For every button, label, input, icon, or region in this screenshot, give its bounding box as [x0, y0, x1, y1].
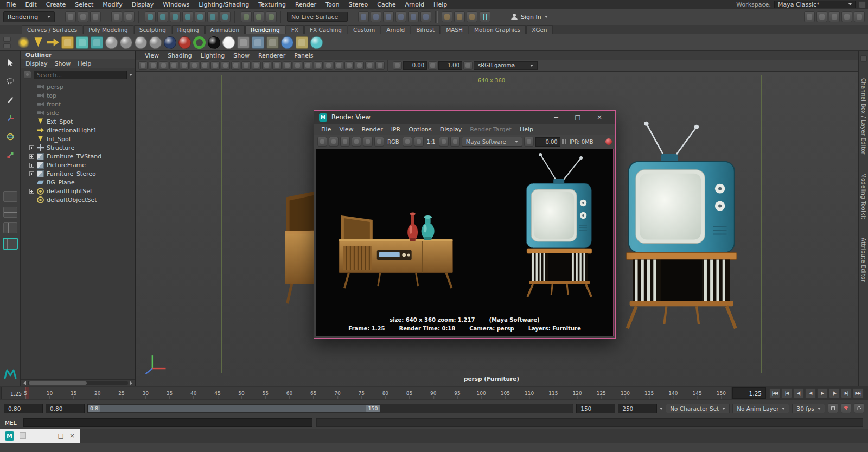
gamma-icon[interactable]	[428, 61, 437, 70]
minimize-button[interactable]: −	[545, 113, 567, 121]
shelf-tab[interactable]: Poly Modeling	[83, 25, 133, 34]
playback-range[interactable]: 0.8 150	[88, 405, 380, 412]
timeline-tick[interactable]: 25	[118, 387, 124, 399]
colorspace-select[interactable]: sRGB gamma	[474, 61, 538, 70]
menu-item[interactable]: Cache	[373, 0, 399, 9]
sidebar-options-icon[interactable]	[860, 55, 867, 62]
expand-toggle-icon[interactable]	[29, 171, 34, 176]
open-scene-icon[interactable]	[78, 11, 88, 22]
modeling-toolkit-toggle-icon[interactable]	[804, 11, 815, 22]
shelf-tab-cycle-icon[interactable]	[3, 37, 11, 42]
new-scene-icon[interactable]	[65, 11, 76, 22]
panel-menu-item[interactable]: Lighting	[197, 52, 228, 59]
field-chart-icon[interactable]	[252, 61, 261, 70]
object-details-icon[interactable]	[266, 11, 277, 22]
point-light-icon[interactable]	[17, 36, 30, 49]
outliner-menu-item[interactable]: Display	[25, 60, 48, 67]
playback-end-field[interactable]: 150	[576, 404, 615, 413]
expand-toggle-icon[interactable]	[29, 154, 34, 159]
ipr-render-icon[interactable]	[352, 137, 361, 147]
camera-attributes-icon[interactable]	[159, 61, 168, 70]
light-linking-icon[interactable]	[296, 36, 308, 49]
shelf-menu-icon[interactable]	[3, 43, 11, 48]
menu-item[interactable]: Display	[128, 0, 158, 9]
timeline-tick[interactable]: 140	[668, 387, 678, 399]
shelf-tab[interactable]: FX Caching	[304, 25, 347, 34]
renderer-select[interactable]: Maya Software	[462, 137, 522, 147]
snap-to-curve-icon[interactable]	[157, 11, 168, 22]
render-view-menu-item[interactable]: Display	[436, 126, 466, 133]
paint-select-tool-icon[interactable]	[3, 93, 17, 106]
snap-together-icon[interactable]	[220, 11, 231, 22]
play-forwards-button[interactable]: ▶	[817, 388, 828, 398]
env-ball-icon[interactable]	[281, 36, 293, 49]
timeline-tick[interactable]: 10	[47, 387, 53, 399]
render-view-menu-item[interactable]: View	[335, 126, 357, 133]
menu-item[interactable]: Create	[42, 0, 70, 9]
render-node-icon[interactable]	[91, 36, 103, 49]
humanik-toggle-icon[interactable]	[816, 11, 827, 22]
play-backwards-button[interactable]: ◀	[805, 388, 816, 398]
menu-item[interactable]: Toon	[322, 0, 343, 9]
viewport-3d[interactable]: 640 x 360 persp (Furniture) M Render Vie…	[136, 72, 858, 386]
default-lighting-icon[interactable]	[303, 61, 312, 70]
timeline-tick[interactable]: 45	[214, 387, 220, 399]
render-view-menu-item[interactable]: File	[317, 126, 335, 133]
spot-light-icon[interactable]	[32, 36, 44, 49]
scroll-right-icon[interactable]	[130, 381, 132, 385]
timeline-tick[interactable]: 110	[525, 387, 534, 399]
timeline-tick[interactable]: 15	[71, 387, 76, 399]
anisotropic-material-icon[interactable]	[178, 36, 191, 49]
timeline-tick[interactable]: 60	[286, 387, 292, 399]
shelf-tab[interactable]: Bifrost	[411, 25, 440, 34]
rotate-tool-icon[interactable]	[3, 130, 17, 143]
shelf-tab[interactable]: Animation	[205, 25, 245, 34]
outliner-item[interactable]: side	[21, 109, 135, 117]
render-view-menu-item[interactable]: Options	[405, 126, 435, 133]
select-camera-icon[interactable]	[138, 61, 148, 70]
outliner-item[interactable]: Structure	[21, 143, 135, 152]
menu-item[interactable]: Stereo	[344, 0, 372, 9]
two-pane-layout-button[interactable]	[3, 222, 17, 233]
scroll-left-icon[interactable]	[23, 381, 26, 385]
step-back-one-frame-button[interactable]: ◀|	[793, 388, 804, 398]
menu-item[interactable]: Lighting/Shading	[195, 0, 253, 9]
timeline-tick[interactable]: 115	[548, 387, 558, 399]
channel-box-toggle-icon[interactable]	[854, 11, 865, 22]
restore-button[interactable]: □	[58, 432, 64, 440]
expand-toggle-icon[interactable]	[29, 163, 34, 168]
single-pane-layout-button[interactable]	[3, 191, 17, 202]
shelf-tab[interactable]: Rendering	[245, 25, 285, 34]
menu-item[interactable]: Render	[291, 0, 320, 9]
snap-to-projected-center-icon[interactable]	[182, 11, 193, 22]
chevron-down-icon[interactable]	[660, 408, 663, 410]
exposure-field[interactable]	[403, 61, 427, 70]
scrollbar-thumb[interactable]	[29, 381, 87, 385]
motion-blur-icon[interactable]	[344, 61, 354, 70]
move-tool-icon[interactable]	[3, 112, 17, 125]
one-to-one-label[interactable]: 1:1	[425, 139, 437, 145]
phong-material-icon[interactable]	[149, 36, 162, 49]
expand-toggle-icon[interactable]	[29, 145, 34, 150]
render-view-menu-item[interactable]: Render Target	[466, 126, 515, 133]
frame-selection-icon[interactable]	[293, 61, 302, 70]
gate-mask-icon[interactable]	[241, 61, 251, 70]
panel-menu-item[interactable]: Shading	[164, 52, 196, 59]
workspace-options-icon[interactable]	[859, 1, 866, 8]
render-view-menu-item[interactable]: Render	[358, 126, 387, 133]
outliner-item[interactable]: Furniture_Stereo	[21, 169, 135, 178]
outliner-item[interactable]: BG_Plane	[21, 178, 135, 187]
safe-title-icon[interactable]	[272, 61, 282, 70]
ipr-render-icon[interactable]	[454, 11, 465, 22]
timeline-tick[interactable]: 70	[334, 387, 340, 399]
outliner-item[interactable]: defaultLightSet	[21, 187, 135, 195]
two-d-pan-zoom-icon[interactable]	[190, 61, 199, 70]
film-gate-icon[interactable]	[221, 61, 230, 70]
highlight-selection-icon[interactable]	[253, 11, 264, 22]
filter-icon[interactable]	[23, 71, 31, 79]
timeline-tick[interactable]: 5	[24, 387, 27, 399]
outliner-item[interactable]: persp	[21, 82, 135, 91]
pause-ipr-icon[interactable]	[562, 139, 566, 144]
standard-surface-icon[interactable]	[105, 36, 118, 49]
shelf-tab[interactable]: XGen	[526, 25, 552, 34]
